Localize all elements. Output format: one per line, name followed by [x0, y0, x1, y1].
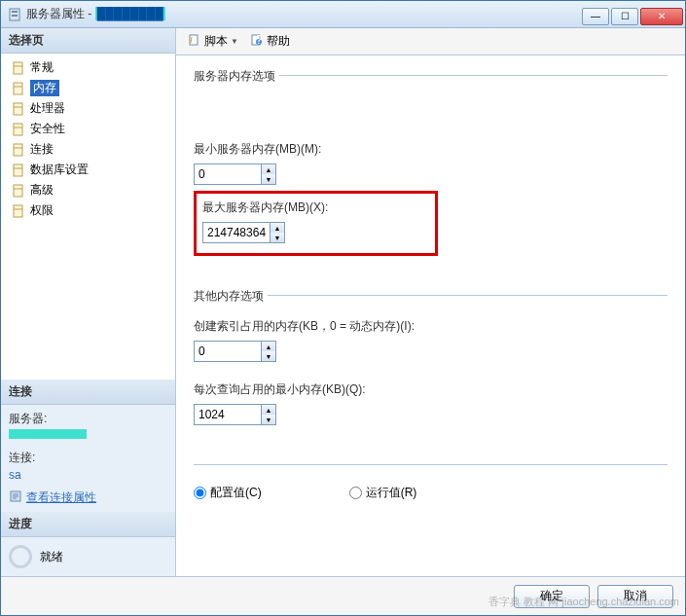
svg-rect-6 [14, 124, 22, 135]
help-icon: ? [250, 33, 264, 50]
content-area: 选择页 常规内存处理器安全性连接数据库设置高级权限 连接 服务器: 连接: sa… [1, 28, 685, 576]
main-form: 服务器内存选项 最小服务器内存(MB)(M): ▲▼ 最大服务器内存(MB)(X… [176, 55, 685, 576]
window-controls: — ☐ ✕ [582, 4, 685, 25]
configured-radio-input[interactable] [194, 487, 206, 499]
nav-label: 常规 [30, 59, 54, 76]
index-memory-spinner[interactable]: ▲▼ [194, 341, 276, 362]
nav-item-0[interactable]: 常规 [1, 57, 175, 78]
nav-label: 数据库设置 [30, 162, 89, 178]
titlebar[interactable]: 服务器属性 - ████████ — ☐ ✕ [1, 1, 685, 28]
running-radio[interactable]: 运行值(R) [349, 485, 417, 501]
query-memory-input[interactable] [195, 405, 261, 424]
spin-down[interactable]: ▼ [262, 174, 275, 184]
svg-rect-1 [12, 11, 18, 13]
maximize-button[interactable]: ☐ [611, 8, 638, 25]
svg-rect-8 [14, 164, 22, 176]
spin-up[interactable]: ▲ [262, 342, 275, 351]
server-icon [7, 7, 22, 22]
other-memory-legend: 其他内存选项 [194, 288, 268, 305]
min-memory-spinner[interactable]: ▲▼ [194, 163, 276, 185]
ok-button[interactable]: 确定 [514, 585, 590, 608]
spin-down[interactable]: ▼ [262, 351, 275, 361]
script-icon [188, 33, 201, 50]
nav-label: 安全性 [30, 121, 65, 137]
nav-item-6[interactable]: 高级 [1, 180, 175, 200]
script-button[interactable]: 脚本 ▼ [184, 31, 242, 52]
close-button[interactable]: ✕ [640, 8, 683, 25]
nav-item-7[interactable]: 权限 [1, 200, 175, 221]
cancel-button[interactable]: 取消 [597, 585, 673, 608]
query-memory-label: 每次查询占用的最小内存(KB)(Q): [194, 381, 668, 398]
nav-item-3[interactable]: 安全性 [1, 119, 175, 139]
nav-item-5[interactable]: 数据库设置 [1, 160, 175, 180]
spin-down[interactable]: ▼ [262, 415, 275, 424]
min-memory-input[interactable] [195, 164, 261, 184]
minimize-button[interactable]: — [582, 8, 609, 25]
toolbar: 脚本 ▼ ? 帮助 [176, 28, 685, 55]
svg-rect-9 [14, 185, 22, 197]
link-icon [9, 489, 22, 506]
window-title: 服务器属性 - ████████ [26, 6, 582, 22]
nav-label: 内存 [30, 80, 59, 96]
page-icon [11, 60, 26, 76]
running-radio-input[interactable] [349, 487, 362, 499]
page-icon [11, 81, 26, 96]
svg-rect-3 [14, 62, 22, 74]
svg-rect-5 [14, 103, 22, 115]
index-memory-input[interactable] [195, 342, 261, 361]
page-nav-list: 常规内存处理器安全性连接数据库设置高级权限 [1, 54, 175, 225]
help-button[interactable]: ? 帮助 [246, 31, 294, 52]
progress-body: 就绪 [1, 537, 175, 576]
page-icon [11, 203, 26, 219]
index-memory-label: 创建索引占用的内存(KB，0 = 动态内存)(I): [194, 318, 668, 335]
svg-text:?: ? [256, 33, 263, 47]
nav-item-2[interactable]: 处理器 [1, 98, 175, 119]
page-icon [11, 183, 26, 199]
nav-label: 高级 [30, 182, 54, 199]
view-connection-properties-link[interactable]: 查看连接属性 [26, 489, 96, 506]
server-value-masked [9, 429, 87, 439]
connection-section: 连接 服务器: 连接: sa 查看连接属性 进度 就绪 [1, 380, 175, 576]
svg-rect-10 [14, 205, 22, 217]
configured-radio[interactable]: 配置值(C) [194, 485, 262, 501]
page-icon [11, 163, 26, 178]
server-label: 服务器: [9, 411, 167, 427]
svg-rect-2 [12, 15, 18, 17]
nav-label: 连接 [30, 141, 54, 158]
spin-up[interactable]: ▲ [262, 164, 275, 174]
nav-label: 权限 [30, 202, 54, 219]
server-memory-legend: 服务器内存选项 [194, 68, 279, 85]
spin-up[interactable]: ▲ [271, 223, 284, 233]
max-memory-spinner[interactable]: ▲▼ [202, 222, 285, 243]
svg-rect-4 [14, 83, 22, 94]
connection-body: 服务器: 连接: sa 查看连接属性 [1, 405, 175, 512]
value-mode-row: 配置值(C) 运行值(R) [194, 464, 668, 501]
dialog-window: 服务器属性 - ████████ — ☐ ✕ 选择页 常规内存处理器安全性连接数… [0, 0, 686, 616]
select-pages-header: 选择页 [1, 28, 175, 54]
connection-label: 连接: [9, 450, 167, 466]
chevron-down-icon: ▼ [231, 37, 238, 46]
progress-header: 进度 [1, 512, 175, 537]
other-memory-group: 其他内存选项 创建索引占用的内存(KB，0 = 动态内存)(I): ▲▼ 每次查… [194, 295, 668, 425]
max-memory-input[interactable] [203, 223, 270, 242]
max-memory-label: 最大服务器内存(MB)(X): [202, 199, 328, 216]
page-icon [11, 142, 26, 158]
server-memory-group: 服务器内存选项 最小服务器内存(MB)(M): ▲▼ 最大服务器内存(MB)(X… [194, 75, 668, 256]
spin-down[interactable]: ▼ [271, 233, 284, 242]
max-memory-highlight: 最大服务器内存(MB)(X): ▲▼ [194, 191, 438, 256]
server-name-masked: ████████ [95, 7, 165, 20]
spin-up[interactable]: ▲ [262, 405, 275, 415]
nav-item-1[interactable]: 内存 [1, 78, 175, 98]
ready-status: 就绪 [40, 549, 63, 565]
dialog-button-bar: 确定 取消 [1, 576, 685, 615]
connection-user: sa [9, 468, 167, 482]
progress-spinner-icon [9, 545, 32, 568]
nav-item-4[interactable]: 连接 [1, 139, 175, 160]
connection-header: 连接 [1, 380, 175, 405]
query-memory-spinner[interactable]: ▲▼ [194, 404, 276, 425]
page-icon [11, 122, 26, 137]
min-memory-label: 最小服务器内存(MB)(M): [194, 141, 668, 158]
right-panel: 脚本 ▼ ? 帮助 服务器内存选项 最小服务器内存(MB)(M): ▲▼ [176, 28, 685, 576]
svg-rect-7 [14, 144, 22, 156]
nav-label: 处理器 [30, 100, 65, 117]
